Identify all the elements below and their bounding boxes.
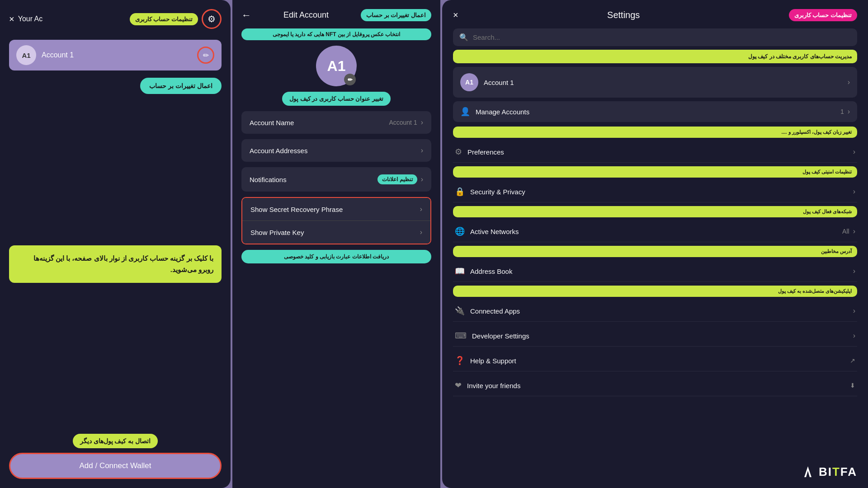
manage-accounts-top-badge: مدیریت حساب‌های کاربری مختلف در کیف پول [453,50,857,63]
security-label: Security & Privacy [470,188,525,196]
middle-panel: ← Edit Account اعمال تغییرات بر حساب انت… [232,0,440,488]
manage-accounts-right: 1 › [840,108,850,116]
networks-badge: شبکه‌های فعال کیف پول [453,206,857,217]
chevron-icon: › [421,118,423,127]
edit-account-button[interactable]: ✏ [197,47,214,64]
right-header: × Settings تنظیمات حساب کاربری [453,9,857,21]
nft-badge: انتخاب عکس پروفایل از بین NFT هایی که دا… [241,28,431,40]
connected-apps-label: Connected Apps [470,307,520,315]
search-bar: 🔍 [453,28,857,46]
connect-wallet-label: اتصال به کیف پول‌های دیگر [73,434,158,448]
avatar-edit-button[interactable]: ✏ [344,74,356,85]
networks-left: 🌐 Active Networks [455,226,519,236]
security-icon: 🔒 [455,187,465,197]
developer-label: Developer Settings [472,332,529,340]
settings-badge-right: تنظیمات حساب کاربری [789,9,857,21]
chevron-security: › [853,188,855,196]
apply-badge-middle[interactable]: اعمال تغییرات بر حساب [361,9,431,21]
address-book-icon: 📖 [455,266,465,276]
manage-accounts-section[interactable]: 👤 Manage Accounts 1 › [453,101,857,122]
networks-label: Active Networks [470,228,519,235]
address-book-row[interactable]: 📖 Address Book › [453,261,857,282]
private-key-label: Show Private Key [250,229,304,236]
left-panel: × Your Ac تنظیمات حساب کاربری ⚙ A1 Accou… [0,0,231,488]
right-panel: × Settings تنظیمات حساب کاربری 🔍 مدیریت … [442,0,868,488]
left-close-button[interactable]: × [9,14,14,24]
manage-accounts-left: 👤 Manage Accounts [460,107,529,117]
manage-accounts-row: 👤 Manage Accounts 1 › [453,101,857,122]
manage-accounts-count: 1 [840,108,844,115]
account-left: A1 Account 1 [16,45,74,65]
account-avatar-large: A1 ✏ [316,46,357,86]
security-privacy-row[interactable]: 🔒 Security & Privacy › [453,181,857,202]
manage-accounts-label: Manage Accounts [476,108,529,116]
account-row[interactable]: A1 Account 1 ✏ [9,40,222,70]
left-header: × Your Ac تنظیمات حساب کاربری ⚙ [9,9,222,29]
security-section: Show Secret Recovery Phrase › Show Priva… [241,197,431,244]
networks-icon: 🌐 [455,226,465,236]
back-button[interactable]: ← [241,9,251,21]
active-networks-row[interactable]: 🌐 Active Networks All › [453,221,857,242]
middle-header: ← Edit Account اعمال تغییرات بر حساب [241,9,431,21]
chevron-icon-2: › [421,146,423,155]
connected-apps-left: 🔌 Connected Apps [455,306,520,316]
help-support-row[interactable]: ❓ Help & Support ↗ [453,350,857,371]
security-badge: تنظیمات امنیتی کیف پول [453,166,857,178]
preferences-row[interactable]: ⚙ Preferences › [453,141,857,163]
right-avatar: A1 [460,73,478,91]
apply-changes-button-left[interactable]: اعمال تغییرات بر حساب [140,78,222,94]
address-book-label: Address Book [470,267,512,275]
developer-icon: ⌨ [455,331,467,341]
preferences-left: ⚙ Preferences [455,147,504,157]
manage-accounts-icon: 👤 [460,107,470,117]
chevron-networks: › [853,227,855,235]
right-close-button[interactable]: × [453,10,458,20]
networks-right: All › [842,227,855,235]
chevron-icon-5: › [420,228,422,236]
chevron-icon-right-account: › [848,78,850,86]
connected-badge: اپلیکیشن‌های متصل‌شده به کیف پول [453,286,857,297]
notifications-label: Notifications [250,176,287,183]
address-book-left: 📖 Address Book [455,266,512,276]
add-connect-wallet-button[interactable]: Add / Connect Wallet [9,453,222,479]
show-private-key-row[interactable]: Show Private Key › [242,221,430,244]
account-addresses-row[interactable]: Account Addresses › [241,139,431,162]
notifications-badge: تنظیم اعلانات [377,174,417,184]
download-icon: ⬇ [850,382,855,389]
annotation-box: با کلیک بر گزینه حساب کاربری از نوار بال… [9,245,222,283]
bottom-recovery-badge: دریافت اطلاعات عبارت بازیابی و کلید خصوص… [241,250,431,263]
account-name: Account 1 [42,51,74,59]
notifications-right: تنظیم اعلانات › [377,174,423,184]
avatar: A1 [16,45,36,65]
bitfa-icon [801,465,815,479]
chevron-icon-4: › [420,205,422,213]
bottom-section: اتصال به کیف پول‌های دیگر Add / Connect … [9,434,222,479]
account-name-row[interactable]: Account Name Account 1 › [241,111,431,134]
right-account-row[interactable]: A1 Account 1 › [453,67,857,98]
help-label: Help & Support [470,357,516,365]
chevron-manage: › [848,108,850,116]
chevron-icon-3: › [421,175,423,183]
developer-settings-row[interactable]: ⌨ Developer Settings › [453,325,857,347]
chevron-connected: › [853,307,855,315]
middle-title: Edit Account [283,10,329,20]
connected-apps-row[interactable]: 🔌 Connected Apps › [453,300,857,322]
notifications-row[interactable]: Notifications تنظیم اعلانات › [241,167,431,192]
bitfa-text: BITFA [819,465,857,479]
bitfa-logo: BITFA [453,459,857,479]
search-icon: 🔍 [459,33,468,42]
chevron-preferences: › [853,148,855,156]
svg-marker-0 [804,466,811,477]
left-title: Your Ac [18,15,130,23]
show-secret-recovery-row[interactable]: Show Secret Recovery Phrase › [242,198,430,221]
invite-row[interactable]: ❤ Invite your friends ⬇ [453,375,857,396]
account-addresses-label: Account Addresses [250,147,307,155]
help-icon: ❓ [455,356,465,366]
invite-icon: ❤ [455,380,462,390]
change-name-badge[interactable]: تغییر عنوان حساب کاربری در کیف پول [282,92,391,106]
help-left: ❓ Help & Support [455,356,516,366]
account-name-value: Account 1 [389,119,417,126]
search-input[interactable] [473,33,851,41]
gear-icon[interactable]: ⚙ [202,9,222,29]
secret-recovery-label: Show Secret Recovery Phrase [250,206,343,213]
